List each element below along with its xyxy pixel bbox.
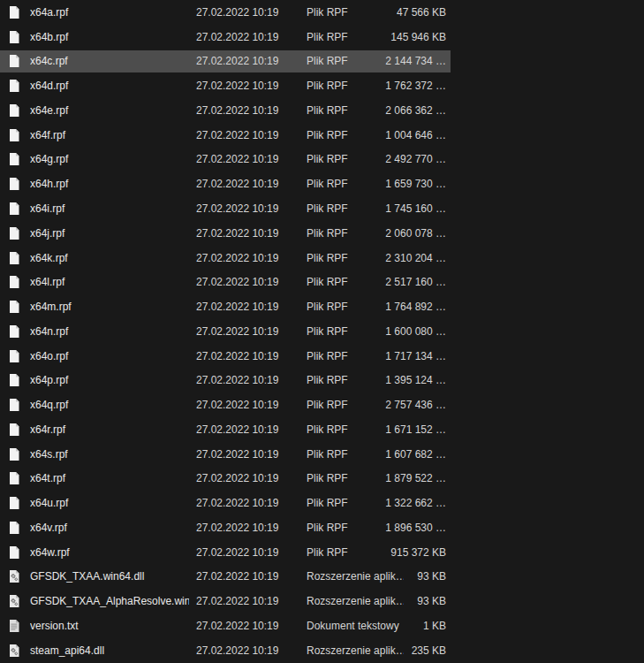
file-date-modified: 27.02.2022 10:19 bbox=[196, 638, 302, 663]
file-date-modified: 27.02.2022 10:19 bbox=[196, 221, 302, 246]
file-name: x64r.rpf bbox=[30, 417, 189, 442]
file-size: 1 717 134 … bbox=[337, 344, 446, 369]
file-row[interactable]: x64o.rpf 27.02.2022 10:19 Plik RPF 1 717… bbox=[0, 344, 644, 369]
file-size: 915 372 KB bbox=[337, 540, 446, 565]
file-row[interactable]: x64m.rpf 27.02.2022 10:19 Plik RPF 1 764… bbox=[0, 294, 644, 319]
generic-file-icon bbox=[7, 496, 21, 510]
file-row[interactable]: x64i.rpf 27.02.2022 10:19 Plik RPF 1 745… bbox=[0, 196, 644, 221]
generic-file-icon bbox=[7, 202, 21, 216]
file-row[interactable]: steam_api64.dll 27.02.2022 10:19 Rozszer… bbox=[0, 638, 644, 663]
file-date-modified: 27.02.2022 10:19 bbox=[196, 491, 302, 515]
file-name: steam_api64.dll bbox=[30, 638, 189, 663]
generic-file-icon bbox=[7, 423, 21, 437]
file-date-modified: 27.02.2022 10:19 bbox=[196, 515, 302, 540]
file-size: 2 060 078 … bbox=[337, 221, 446, 246]
file-row[interactable]: x64l.rpf 27.02.2022 10:19 Plik RPF 2 517… bbox=[0, 270, 644, 294]
file-name: x64b.rpf bbox=[30, 25, 189, 50]
file-date-modified: 27.02.2022 10:19 bbox=[196, 171, 302, 196]
generic-file-icon bbox=[7, 447, 21, 461]
generic-file-icon bbox=[7, 545, 21, 560]
file-date-modified: 27.02.2022 10:19 bbox=[196, 50, 302, 74]
file-row[interactable]: x64w.rpf 27.02.2022 10:19 Plik RPF 915 3… bbox=[0, 540, 644, 565]
dll-icon bbox=[7, 569, 21, 583]
dll-icon bbox=[7, 644, 21, 658]
file-date-modified: 27.02.2022 10:19 bbox=[196, 0, 302, 25]
file-row[interactable]: x64t.rpf 27.02.2022 10:19 Plik RPF 1 879… bbox=[0, 467, 644, 492]
file-name: x64u.rpf bbox=[30, 491, 189, 515]
file-date-modified: 27.02.2022 10:19 bbox=[196, 392, 302, 417]
file-size: 235 KB bbox=[337, 638, 446, 663]
dll-icon bbox=[7, 594, 21, 608]
generic-file-icon bbox=[7, 521, 21, 535]
file-row[interactable]: x64u.rpf 27.02.2022 10:19 Plik RPF 1 322… bbox=[0, 491, 644, 515]
file-size: 2 144 734 … bbox=[337, 50, 446, 74]
file-row[interactable]: version.txt 27.02.2022 10:19 Dokument te… bbox=[0, 613, 644, 638]
file-size: 1 395 124 … bbox=[337, 368, 446, 392]
generic-file-icon bbox=[7, 226, 21, 240]
file-date-modified: 27.02.2022 10:19 bbox=[196, 319, 302, 344]
file-row[interactable]: x64n.rpf 27.02.2022 10:19 Plik RPF 1 600… bbox=[0, 319, 644, 344]
generic-file-icon bbox=[7, 471, 21, 485]
file-size: 1 764 892 … bbox=[337, 294, 446, 319]
file-size: 2 310 204 … bbox=[337, 246, 446, 271]
file-row[interactable]: x64f.rpf 27.02.2022 10:19 Plik RPF 1 004… bbox=[0, 123, 644, 148]
file-name: x64h.rpf bbox=[30, 171, 189, 196]
file-size: 47 566 KB bbox=[337, 0, 446, 25]
file-date-modified: 27.02.2022 10:19 bbox=[196, 344, 302, 369]
file-size: 1 600 080 … bbox=[337, 319, 446, 344]
file-size: 2 066 362 … bbox=[337, 98, 446, 123]
file-date-modified: 27.02.2022 10:19 bbox=[196, 25, 302, 50]
file-name: GFSDK_TXAA.win64.dll bbox=[30, 565, 189, 590]
file-name: x64s.rpf bbox=[30, 442, 189, 467]
file-name: x64j.rpf bbox=[30, 221, 189, 246]
file-row[interactable]: GFSDK_TXAA_AlphaResolve.win64.dll 27.02.… bbox=[0, 589, 644, 613]
generic-file-icon bbox=[7, 103, 21, 118]
file-date-modified: 27.02.2022 10:19 bbox=[196, 467, 302, 492]
file-size: 93 KB bbox=[337, 589, 446, 613]
file-name: x64q.rpf bbox=[30, 392, 189, 417]
file-date-modified: 27.02.2022 10:19 bbox=[196, 73, 302, 98]
file-size: 1 322 662 … bbox=[337, 491, 446, 515]
file-row[interactable]: x64a.rpf 27.02.2022 10:19 Plik RPF 47 56… bbox=[0, 0, 644, 25]
file-row[interactable]: x64e.rpf 27.02.2022 10:19 Plik RPF 2 066… bbox=[0, 98, 644, 123]
file-row[interactable]: x64d.rpf 27.02.2022 10:19 Plik RPF 1 762… bbox=[0, 73, 644, 98]
file-date-modified: 27.02.2022 10:19 bbox=[196, 368, 302, 392]
file-name: x64c.rpf bbox=[30, 50, 189, 74]
file-size: 1 745 160 … bbox=[337, 196, 446, 221]
file-row[interactable]: x64k.rpf 27.02.2022 10:19 Plik RPF 2 310… bbox=[0, 246, 644, 271]
file-row[interactable]: x64v.rpf 27.02.2022 10:19 Plik RPF 1 896… bbox=[0, 515, 644, 540]
file-row[interactable]: x64c.rpf 27.02.2022 10:19 Plik RPF 2 144… bbox=[0, 50, 644, 74]
file-row[interactable]: x64q.rpf 27.02.2022 10:19 Plik RPF 2 757… bbox=[0, 392, 644, 417]
file-name: x64o.rpf bbox=[30, 344, 189, 369]
file-name: x64t.rpf bbox=[30, 467, 189, 492]
file-name: x64a.rpf bbox=[30, 0, 189, 25]
file-size: 1 KB bbox=[337, 613, 446, 638]
file-size: 1 671 152 … bbox=[337, 417, 446, 442]
file-date-modified: 27.02.2022 10:19 bbox=[196, 442, 302, 467]
file-name: x64n.rpf bbox=[30, 319, 189, 344]
generic-file-icon bbox=[7, 324, 21, 339]
file-row[interactable]: x64h.rpf 27.02.2022 10:19 Plik RPF 1 659… bbox=[0, 171, 644, 196]
file-size: 2 492 770 … bbox=[337, 148, 446, 172]
file-date-modified: 27.02.2022 10:19 bbox=[196, 417, 302, 442]
file-date-modified: 27.02.2022 10:19 bbox=[196, 196, 302, 221]
file-row[interactable]: x64b.rpf 27.02.2022 10:19 Plik RPF 145 9… bbox=[0, 25, 644, 50]
file-name: version.txt bbox=[30, 613, 189, 638]
file-date-modified: 27.02.2022 10:19 bbox=[196, 98, 302, 123]
file-row[interactable]: x64g.rpf 27.02.2022 10:19 Plik RPF 2 492… bbox=[0, 148, 644, 172]
file-size: 1 659 730 … bbox=[337, 171, 446, 196]
generic-file-icon bbox=[7, 251, 21, 265]
generic-file-icon bbox=[7, 79, 21, 93]
file-row[interactable]: x64j.rpf 27.02.2022 10:19 Plik RPF 2 060… bbox=[0, 221, 644, 246]
file-date-modified: 27.02.2022 10:19 bbox=[196, 148, 302, 172]
file-row[interactable]: x64r.rpf 27.02.2022 10:19 Plik RPF 1 671… bbox=[0, 417, 644, 442]
file-row[interactable]: x64p.rpf 27.02.2022 10:19 Plik RPF 1 395… bbox=[0, 368, 644, 392]
generic-file-icon bbox=[7, 300, 21, 314]
file-name: GFSDK_TXAA_AlphaResolve.win64.dll bbox=[30, 589, 189, 613]
file-name: x64k.rpf bbox=[30, 246, 189, 271]
file-size: 145 946 KB bbox=[337, 25, 446, 50]
generic-file-icon bbox=[7, 5, 21, 19]
file-row[interactable]: x64s.rpf 27.02.2022 10:19 Plik RPF 1 607… bbox=[0, 442, 644, 467]
generic-file-icon bbox=[7, 349, 21, 363]
file-row[interactable]: GFSDK_TXAA.win64.dll 27.02.2022 10:19 Ro… bbox=[0, 565, 644, 590]
